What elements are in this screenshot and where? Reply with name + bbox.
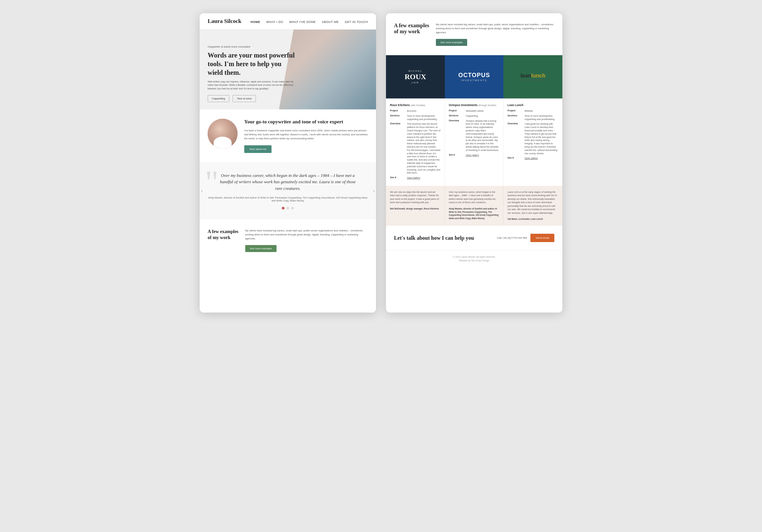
roux-testimonial-author: Neil McDonald, design manager, Roux Kitc… [390, 207, 441, 210]
roux-project-row: Project Brochure [390, 109, 441, 113]
octopus-see-row: See it Open gallery [449, 154, 499, 157]
examples-section: A few examplesof my work My clients have… [200, 219, 376, 261]
octopus-project-row: Project Newsletter article [449, 109, 499, 113]
roux-logo: MICHEL ROUX JNR [405, 69, 426, 84]
leanlunch-tagline: nutritious, handmade, delivered [519, 79, 547, 81]
leanlunch-logo: leanlunch nutritious, handmade, delivere… [519, 73, 547, 81]
nav-logo: Laura Silcock [208, 18, 242, 25]
lunch-text: lunch [531, 73, 545, 78]
carousel-prev-button[interactable]: ‹ [201, 188, 203, 194]
carousel-next-button[interactable]: › [373, 188, 375, 194]
leanlunch-testimonial-author: Sat Mann, co-founder, Lean Lunch [507, 217, 558, 221]
leanlunch-testimonial: Laura met us at the early stages of star… [503, 186, 562, 225]
cta-right: Call +44 (0)7779 233 594 Send email [497, 234, 554, 242]
octopus-column: Octopus Investments (through Sunfish) Pr… [445, 99, 504, 186]
roux-name: ROUX [405, 72, 426, 81]
octopus-name: OCTOPUS [458, 72, 490, 79]
hero-content: Copywriter & brand voice consultant Word… [200, 38, 305, 110]
portfolio-details: Roux Kitchens (with Onstata) Project Bro… [386, 98, 562, 186]
testimonial-text: Over my business career, which began in … [208, 172, 368, 192]
nav-item-home[interactable]: HOME [251, 18, 260, 24]
examples-title: A few examplesof my work [208, 229, 239, 241]
nav-item-about-me[interactable]: ABOUT ME [322, 18, 339, 24]
octopus-services-row: Services Copywriting [449, 114, 499, 118]
leanlunch-see-row: See it Open gallery [507, 157, 558, 160]
more-about-me-button[interactable]: More about me [244, 145, 272, 153]
octopus-investments: INVESTMENTS [458, 79, 490, 82]
right-browser-window: A few examplesof my work My clients have… [386, 13, 562, 313]
tone-of-voice-button[interactable]: Tone of voice [233, 95, 256, 102]
see-more-examples-button[interactable]: See more examples [245, 245, 277, 252]
examples-right: My clients have included big names, smal… [245, 229, 368, 252]
roux-gallery-link[interactable]: Open gallery [407, 176, 420, 180]
right-examples-description: My clients have included big names, smal… [436, 23, 554, 35]
roux-logo-cell: MICHEL ROUX JNR [386, 55, 445, 98]
footer-copyright: © 2022 Laura Silcock. All rights reserve… [394, 256, 554, 258]
examples-description: My clients have included big names, smal… [245, 229, 368, 241]
lean-text: lean [520, 73, 531, 78]
testimonial-section: ‹ " Over my business career, which began… [200, 162, 376, 220]
roux-jnr: JNR [405, 81, 426, 84]
octopus-logo-cell: OCTOPUS INVESTMENTS [445, 55, 504, 98]
leanlunch-overview-row: Overview I had great fun working with Le… [507, 122, 558, 155]
about-section: Your go-to copywriter and tone of voice … [200, 109, 376, 162]
octopus-logo: OCTOPUS INVESTMENTS [458, 72, 490, 82]
testimonial-dots [208, 207, 368, 209]
nav-item-what-i-do[interactable]: WHAT I DO [266, 18, 283, 24]
octopus-col-title: Octopus Investments (through Sunfish) [449, 103, 499, 107]
roux-testimonial: We are now six days into the launch and … [386, 186, 445, 225]
hero-buttons: Copywriting Tone of voice [208, 95, 297, 102]
leanlunch-gallery-link[interactable]: Open gallery [524, 157, 538, 160]
roux-see-row: See it Open gallery [390, 176, 441, 180]
roux-overview-row: Overview This brochure was the launch pl… [390, 122, 441, 175]
right-see-more-button[interactable]: See more examples [436, 39, 468, 46]
roux-column: Roux Kitchens (with Onstata) Project Bro… [386, 99, 445, 186]
right-examples-title: A few examplesof my work [394, 23, 429, 35]
cta-title: Let's talk about how I can help you [394, 235, 474, 241]
hero-description: Well-written copy can impress, influence… [208, 80, 297, 91]
octopus-overview-row: Overview Octopus already had a strong to… [449, 119, 499, 152]
portfolio-logos: MICHEL ROUX JNR OCTOPUS INVESTMENTS lean… [386, 55, 562, 98]
footer: © 2022 Laura Silcock. All rights reserve… [386, 250, 562, 268]
leanlunch-services-row: Services Tone of voice development, copy… [507, 114, 558, 121]
right-top-section: A few examplesof my work My clients have… [386, 13, 562, 55]
right-top-content: My clients have included big names, smal… [436, 23, 554, 46]
leanlunch-column: Lean Lunch Project Website Services Tone… [503, 99, 562, 186]
avatar-image [208, 119, 238, 149]
hero-title: Words are your most powerful tools. I'm … [208, 51, 297, 77]
hero-subtitle: Copywriter & brand voice consultant [208, 45, 297, 48]
footer-credit: Website by Tim Cross Design [394, 259, 554, 262]
dot-2[interactable] [286, 207, 289, 209]
dot-1[interactable] [282, 207, 285, 209]
leanlunch-col-title: Lean Lunch [507, 103, 558, 107]
cta-section: Let's talk about how I can help you Call… [386, 225, 562, 250]
nav-bar: Laura Silcock HOME WHAT I DO WHAT I'VE D… [200, 13, 376, 30]
roux-col-title: Roux Kitchens (with Onstata) [390, 103, 441, 107]
leanlunch-logo-cell: leanlunch nutritious, handmade, delivere… [503, 55, 562, 98]
nav-item-what-ive-done[interactable]: WHAT I'VE DONE [289, 18, 316, 24]
avatar [208, 119, 238, 149]
roux-michel: MICHEL [405, 69, 426, 72]
dot-3[interactable] [291, 207, 294, 209]
nav-links: HOME WHAT I DO WHAT I'VE DONE ABOUT ME G… [251, 18, 368, 24]
about-title: Your go-to copywriter and tone of voice … [244, 119, 368, 125]
portfolio-testimonials: We are now six days into the launch and … [386, 186, 562, 225]
copywriting-button[interactable]: Copywriting [208, 95, 229, 102]
octopus-testimonial: Over my business career, which began in … [445, 186, 504, 225]
octopus-testimonial-author: Andy Maslen, director of Sunfish and aut… [449, 207, 499, 220]
left-browser-window: Laura Silcock HOME WHAT I DO WHAT I'VE D… [200, 13, 376, 313]
roux-services-row: Services Tone of voice development, copy… [390, 114, 441, 121]
send-email-button[interactable]: Send email [530, 234, 554, 242]
quote-mark: " [205, 166, 219, 199]
nav-item-get-in-touch[interactable]: GET IN TOUCH [345, 18, 368, 24]
about-description: I've been a freelance copywriter and bra… [244, 129, 368, 141]
octopus-gallery-link[interactable]: Open gallery [466, 154, 479, 157]
about-text: Your go-to copywriter and tone of voice … [244, 119, 368, 153]
cta-phone: Call +44 (0)7779 233 594 [497, 236, 527, 239]
testimonial-author: Andy Maslen, director of Sunfish and aut… [208, 196, 368, 202]
leanlunch-project-row: Project Website [507, 109, 558, 113]
hero-section: Copywriter & brand voice consultant Word… [200, 30, 376, 109]
